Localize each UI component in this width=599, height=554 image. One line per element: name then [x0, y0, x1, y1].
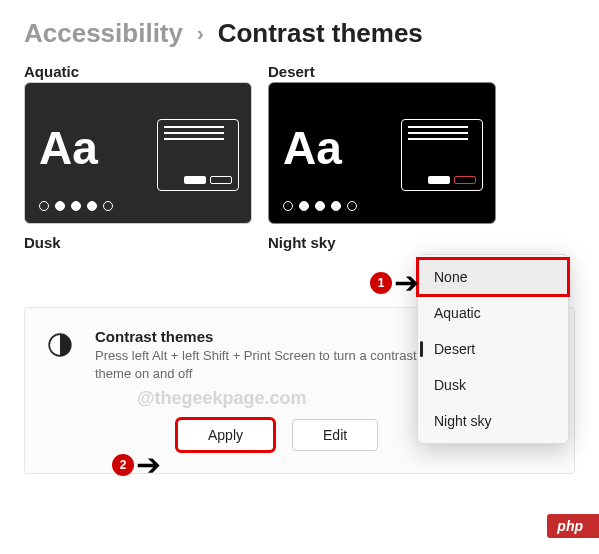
- preview-color-dots: [283, 201, 357, 211]
- breadcrumb-parent[interactable]: Accessibility: [24, 18, 183, 49]
- contrast-icon: [47, 332, 73, 358]
- theme-label-desert: Desert: [268, 63, 496, 80]
- php-badge: php: [547, 514, 599, 538]
- dropdown-item-none[interactable]: None: [418, 259, 568, 295]
- theme-label-dusk: Dusk: [24, 234, 252, 251]
- dropdown-item-dusk[interactable]: Dusk: [418, 367, 568, 403]
- breadcrumb-current: Contrast themes: [218, 18, 423, 49]
- card-description: Press left Alt + left Shift + Print Scre…: [95, 347, 425, 382]
- theme-label-night-sky: Night sky: [268, 234, 496, 251]
- breadcrumb: Accessibility › Contrast themes: [24, 18, 575, 49]
- preview-sample-text: Aa: [39, 125, 98, 171]
- preview-window-icon: [157, 119, 239, 191]
- theme-dropdown[interactable]: None Aquatic Desert Dusk Night sky: [417, 254, 569, 444]
- theme-preview-dusk[interactable]: Aa: [24, 82, 252, 224]
- chevron-right-icon: ›: [197, 22, 204, 45]
- dropdown-item-aquatic[interactable]: Aquatic: [418, 295, 568, 331]
- dropdown-item-night-sky[interactable]: Night sky: [418, 403, 568, 439]
- theme-preview-grid: Aquatic Aa Dusk Desert Aa: [24, 63, 575, 251]
- dropdown-item-desert[interactable]: Desert: [418, 331, 568, 367]
- preview-color-dots: [39, 201, 113, 211]
- edit-button[interactable]: Edit: [292, 419, 378, 451]
- apply-button[interactable]: Apply: [177, 419, 274, 451]
- theme-label-aquatic: Aquatic: [24, 63, 252, 80]
- preview-sample-text: Aa: [283, 125, 342, 171]
- preview-window-icon: [401, 119, 483, 191]
- theme-preview-night-sky[interactable]: Aa: [268, 82, 496, 224]
